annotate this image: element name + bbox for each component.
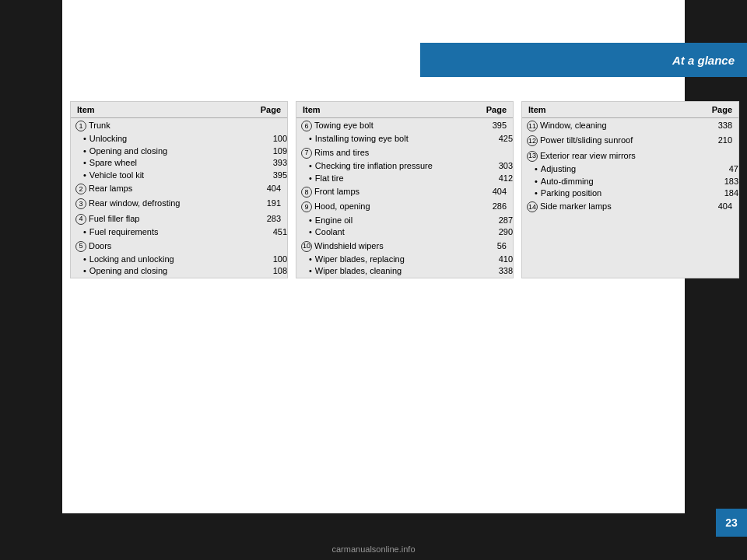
col-page: Page	[486, 105, 507, 114]
bullet-icon: •	[309, 227, 312, 236]
item-label: Fuel filler flap	[89, 213, 139, 225]
bullet-icon: •	[83, 134, 86, 143]
table-header: ItemPage	[522, 102, 738, 118]
item-page: 183	[715, 176, 738, 187]
table-row: 4 Fuel filler flap 283	[71, 212, 287, 226]
sub-item: •Wiper blades, cleaning 338	[296, 265, 513, 277]
table-row: 13 Exterior rear view mirrors	[522, 149, 738, 163]
page-number: 23	[716, 509, 747, 537]
item-page: 108	[264, 265, 287, 277]
sub-item: •Checking tire inflation pressure 303	[296, 160, 513, 172]
item-number: 11	[527, 121, 538, 131]
item-number: 6	[301, 121, 312, 131]
item-number: 8	[301, 187, 312, 198]
sub-item: •Spare wheel 393	[71, 157, 287, 169]
bullet-icon: •	[309, 134, 312, 143]
item-number: 4	[75, 214, 86, 225]
bullet-icon: •	[83, 170, 86, 180]
bullet-icon: •	[309, 173, 312, 183]
table-row: 3 Rear window, defrosting 191	[71, 196, 287, 211]
item-page: 393	[264, 157, 287, 169]
item-page: 109	[264, 145, 287, 157]
bullet-icon: •	[535, 177, 538, 186]
item-page: 191	[258, 198, 281, 209]
item-label: Power tilt/sliding sunroof	[540, 135, 633, 146]
index-table-table1: ItemPage 1 Trunk •Unlocking 100 •Opening…	[70, 101, 288, 278]
bullet-icon: •	[309, 215, 312, 225]
item-page: 451	[264, 226, 287, 238]
item-page: 290	[489, 226, 513, 238]
item-page: 303	[489, 160, 513, 172]
item-page: 425	[489, 133, 513, 145]
item-label: Rear lamps	[89, 183, 132, 194]
item-number: 3	[75, 198, 86, 209]
sub-item: •Vehicle tool kit 395	[71, 170, 287, 181]
item-page: 338	[489, 265, 513, 277]
index-table-table3: ItemPage 11 Window, cleaning 338 12 Powe…	[521, 101, 739, 278]
table-row: 2 Rear lamps 404	[71, 181, 287, 196]
table-row: 5 Doors	[71, 239, 287, 254]
bullet-icon: •	[309, 161, 312, 170]
bullet-icon: •	[535, 188, 538, 198]
bullet-icon: •	[83, 158, 86, 167]
bullet-icon: •	[83, 254, 86, 264]
col-item: Item	[528, 105, 546, 114]
sub-item: •Fuel requirements 451	[71, 226, 287, 238]
col-page: Page	[712, 105, 732, 114]
bullet-icon: •	[83, 146, 86, 156]
col-item: Item	[303, 105, 321, 114]
bullet-icon: •	[309, 254, 312, 264]
item-label: Rear window, defrosting	[89, 198, 180, 209]
sub-item: •Flat tire 412	[296, 173, 513, 184]
item-page: 100	[264, 254, 287, 265]
item-page: 100	[264, 133, 287, 145]
tables-container: ItemPage 1 Trunk •Unlocking 100 •Opening…	[70, 101, 739, 278]
sub-item: •Opening and closing 109	[71, 145, 287, 157]
item-label: Rims and tires	[314, 147, 369, 159]
sub-item: •Parking position 184	[522, 187, 738, 199]
item-label: Window, cleaning	[540, 120, 607, 131]
table-header: ItemPage	[71, 102, 287, 118]
page-title: At a glance	[672, 54, 735, 67]
table-row: 1 Trunk	[71, 118, 287, 133]
item-number: 1	[75, 121, 86, 131]
item-label: Front lamps	[314, 186, 359, 198]
sub-item: •Coolant 290	[296, 226, 513, 238]
item-number: 5	[75, 241, 86, 252]
col-item: Item	[77, 105, 95, 114]
item-page: 287	[489, 215, 513, 226]
item-label: Doors	[89, 240, 111, 252]
sub-item: •Adjusting 47	[522, 163, 738, 175]
item-page: 210	[709, 135, 732, 146]
item-page: 286	[483, 201, 507, 212]
item-page: 404	[709, 201, 732, 212]
item-page: 283	[258, 213, 281, 225]
table-row: 6 Towing eye bolt 395	[296, 118, 513, 133]
table-row: 8 Front lamps 404	[296, 184, 513, 199]
table-row: 11 Window, cleaning 338	[522, 118, 738, 133]
item-page: 404	[258, 183, 281, 194]
item-number: 7	[301, 148, 312, 159]
table-row: 14 Side marker lamps 404	[522, 199, 738, 214]
item-page: 412	[489, 173, 513, 184]
item-page: 47	[715, 163, 738, 175]
item-label: Side marker lamps	[540, 201, 612, 212]
sub-item: •Auto-dimming 183	[522, 176, 738, 187]
watermark: carmanualsonline.info	[0, 544, 747, 554]
col-page: Page	[261, 105, 281, 114]
item-page: 56	[483, 240, 507, 252]
item-label: Trunk	[89, 120, 110, 131]
bullet-icon: •	[309, 266, 312, 275]
table-row: 10 Windshield wipers 56	[296, 239, 513, 254]
item-number: 2	[75, 184, 86, 194]
bullet-icon: •	[83, 227, 86, 236]
bullet-icon: •	[535, 164, 538, 173]
item-label: Hood, opening	[314, 201, 370, 212]
item-number: 10	[301, 241, 312, 252]
sub-item: •Unlocking 100	[71, 133, 287, 145]
table-row: 12 Power tilt/sliding sunroof 210	[522, 133, 738, 148]
table-row: 7 Rims and tires	[296, 145, 513, 160]
bullet-icon: •	[83, 266, 86, 275]
sub-item: •Locking and unlocking 100	[71, 254, 287, 265]
item-label: Exterior rear view mirrors	[540, 150, 636, 162]
